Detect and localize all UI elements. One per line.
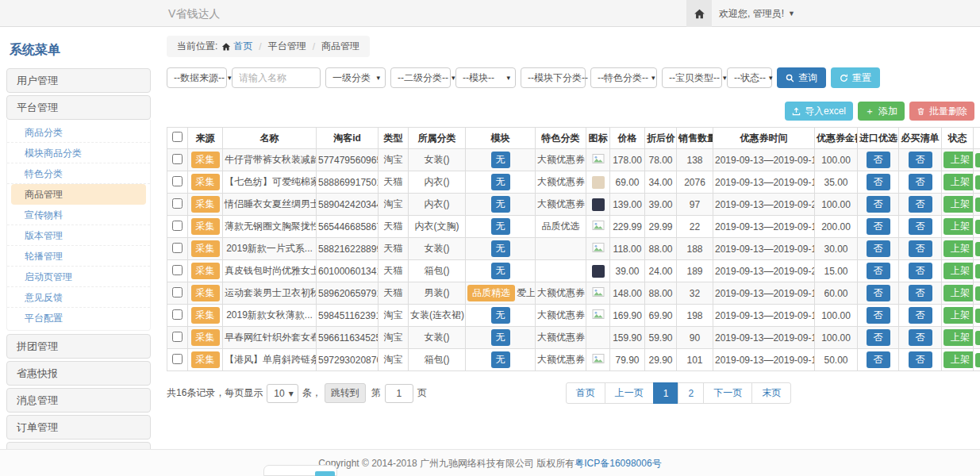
pagination-prev[interactable]: 上一页 bbox=[605, 382, 654, 404]
sidebar-group-message-manage[interactable]: 消息管理 bbox=[6, 388, 151, 413]
sidebar-item-module-goods-category[interactable]: 模块商品分类 bbox=[7, 143, 150, 163]
status-button[interactable]: 上架 bbox=[943, 174, 974, 190]
imported-toggle-button[interactable]: 否 bbox=[867, 196, 890, 213]
sidebar-group-user-manage[interactable]: 用户管理 bbox=[6, 68, 151, 93]
edit-button[interactable] bbox=[975, 153, 980, 167]
sidebar-item-version-manage[interactable]: 版本管理 bbox=[7, 225, 150, 246]
sidebar-item-feedback[interactable]: 意见反馈 bbox=[7, 287, 150, 308]
image-icon bbox=[592, 352, 605, 365]
must-buy-toggle-button[interactable]: 否 bbox=[909, 285, 932, 301]
imported-toggle-button[interactable]: 否 bbox=[867, 263, 890, 279]
status-button[interactable]: 上架 bbox=[943, 351, 974, 368]
filter-select-module-sub-category[interactable]: --模块下分类--▾ bbox=[521, 67, 586, 88]
page-number-input[interactable] bbox=[385, 384, 413, 403]
filter-select-item-type[interactable]: --宝贝类型--▾ bbox=[662, 67, 722, 88]
imported-toggle-button[interactable]: 否 bbox=[867, 285, 890, 301]
edit-button[interactable] bbox=[975, 331, 980, 345]
status-button[interactable]: 上架 bbox=[943, 152, 974, 168]
add-button[interactable]: ＋ 添加 bbox=[858, 102, 905, 121]
icp-link[interactable]: 粤ICP备16098006号 bbox=[575, 458, 661, 469]
row-checkbox[interactable] bbox=[172, 198, 183, 209]
imported-toggle-button[interactable]: 否 bbox=[867, 240, 890, 257]
imported-toggle-button[interactable]: 否 bbox=[867, 307, 890, 324]
breadcrumb-home-link[interactable]: 首页 bbox=[221, 40, 252, 53]
must-buy-toggle-button[interactable]: 否 bbox=[909, 196, 932, 213]
sidebar-group-platform-manage[interactable]: 平台管理 bbox=[6, 95, 151, 120]
sidebar-item-goods-manage[interactable]: 商品管理 bbox=[11, 184, 146, 205]
status-button[interactable]: 上架 bbox=[943, 307, 974, 324]
pagination-next[interactable]: 下一页 bbox=[703, 382, 752, 404]
filter-select-data-source[interactable]: --数据来源--▾ bbox=[167, 67, 227, 88]
status-button[interactable]: 上架 bbox=[943, 218, 974, 235]
sidebar-item-promo-material[interactable]: 宣传物料 bbox=[7, 205, 150, 225]
edit-button[interactable] bbox=[975, 220, 980, 234]
sidebar-item-platform-config[interactable]: 平台配置 bbox=[7, 308, 150, 328]
pagination-page-1[interactable]: 1 bbox=[653, 382, 679, 404]
edit-button[interactable] bbox=[975, 353, 980, 367]
filter-select-feature-category[interactable]: --特色分类--▾ bbox=[590, 67, 657, 88]
row-checkbox[interactable] bbox=[172, 287, 183, 298]
filter-select-status[interactable]: --状态--▾ bbox=[727, 67, 772, 88]
must-buy-toggle-button[interactable]: 否 bbox=[909, 307, 932, 324]
edit-button[interactable] bbox=[975, 175, 980, 190]
sidebar-title: 系统菜单 bbox=[6, 36, 151, 68]
filter-select-level1-category[interactable]: 一级分类▾ bbox=[325, 67, 386, 88]
cell-status: 上架 bbox=[942, 171, 974, 194]
sidebar-group-order-manage[interactable]: 订单管理 bbox=[6, 415, 151, 440]
filter-select-module[interactable]: --模块--▾ bbox=[455, 67, 516, 88]
must-buy-toggle-button[interactable]: 否 bbox=[909, 218, 932, 235]
jump-button[interactable]: 跳转到 bbox=[325, 383, 366, 403]
status-button[interactable]: 上架 bbox=[943, 240, 974, 257]
search-button[interactable]: 查询 bbox=[777, 67, 826, 88]
import-excel-button[interactable]: 导入excel bbox=[785, 102, 853, 121]
row-checkbox[interactable] bbox=[172, 265, 183, 275]
must-buy-toggle-button[interactable]: 否 bbox=[909, 240, 932, 257]
batch-delete-button[interactable]: 批量删除 bbox=[909, 102, 974, 121]
pagination-last[interactable]: 末页 bbox=[751, 382, 791, 404]
imported-toggle-button[interactable]: 否 bbox=[867, 351, 890, 368]
must-buy-toggle-button[interactable]: 否 bbox=[909, 329, 932, 346]
imported-toggle-button[interactable]: 否 bbox=[867, 218, 890, 235]
edit-button[interactable] bbox=[975, 309, 980, 323]
row-checkbox[interactable] bbox=[172, 354, 183, 364]
edit-button[interactable] bbox=[975, 198, 980, 212]
status-button[interactable]: 上架 bbox=[943, 285, 974, 301]
edit-button[interactable] bbox=[975, 264, 980, 278]
row-checkbox[interactable] bbox=[172, 309, 183, 320]
edit-button[interactable] bbox=[975, 242, 980, 256]
sidebar-group-groupbuy-manage[interactable]: 拼团管理 bbox=[6, 334, 151, 359]
select-all-checkbox[interactable] bbox=[172, 132, 183, 142]
status-button[interactable]: 上架 bbox=[943, 329, 974, 346]
filter-select-level2-category[interactable]: --二级分类--▾ bbox=[390, 67, 451, 88]
status-button[interactable]: 上架 bbox=[943, 196, 974, 213]
sidebar-group-express-news[interactable]: 省惠快报 bbox=[6, 361, 151, 386]
sidebar-item-carousel-manage[interactable]: 轮播管理 bbox=[7, 246, 150, 267]
row-checkbox[interactable] bbox=[172, 221, 183, 231]
sidebar-item-goods-category[interactable]: 商品分类 bbox=[7, 122, 150, 143]
imported-toggle-button[interactable]: 否 bbox=[867, 174, 890, 190]
must-buy-toggle-button[interactable]: 否 bbox=[909, 351, 932, 368]
sidebar-item-feature-category[interactable]: 特色分类 bbox=[7, 163, 150, 184]
status-button[interactable]: 上架 bbox=[943, 263, 974, 279]
main-content: 当前位置: 首页 / 平台管理 / 商品管理 --数据来源--▾一级分类▾--二… bbox=[167, 36, 974, 404]
cell-coupon_time: 2019-09-13—2019-09-17 bbox=[713, 149, 815, 171]
edit-button[interactable] bbox=[975, 286, 980, 301]
imported-toggle-button[interactable]: 否 bbox=[867, 329, 890, 346]
filter-input-name[interactable] bbox=[232, 67, 321, 88]
must-buy-toggle-button[interactable]: 否 bbox=[909, 263, 932, 279]
pagination-page-2[interactable]: 2 bbox=[678, 382, 704, 404]
imported-toggle-button[interactable]: 否 bbox=[867, 152, 890, 168]
sidebar-group-exchange-manage[interactable]: 兑换管理 bbox=[6, 442, 151, 449]
row-checkbox[interactable] bbox=[172, 243, 183, 253]
home-button[interactable] bbox=[686, 0, 712, 27]
user-menu[interactable]: 欢迎您, 管理员! ▼ bbox=[719, 0, 795, 27]
reset-button[interactable]: 重置 bbox=[831, 67, 880, 88]
page-size-select[interactable]: 10 ▾ bbox=[267, 384, 298, 403]
row-checkbox[interactable] bbox=[172, 176, 183, 186]
must-buy-toggle-button[interactable]: 否 bbox=[909, 174, 932, 190]
pagination-first[interactable]: 首页 bbox=[566, 382, 605, 404]
row-checkbox[interactable] bbox=[172, 332, 183, 342]
row-checkbox[interactable] bbox=[172, 154, 183, 164]
sidebar-item-splash-manage[interactable]: 启动页管理 bbox=[7, 267, 150, 287]
must-buy-toggle-button[interactable]: 否 bbox=[909, 152, 932, 168]
